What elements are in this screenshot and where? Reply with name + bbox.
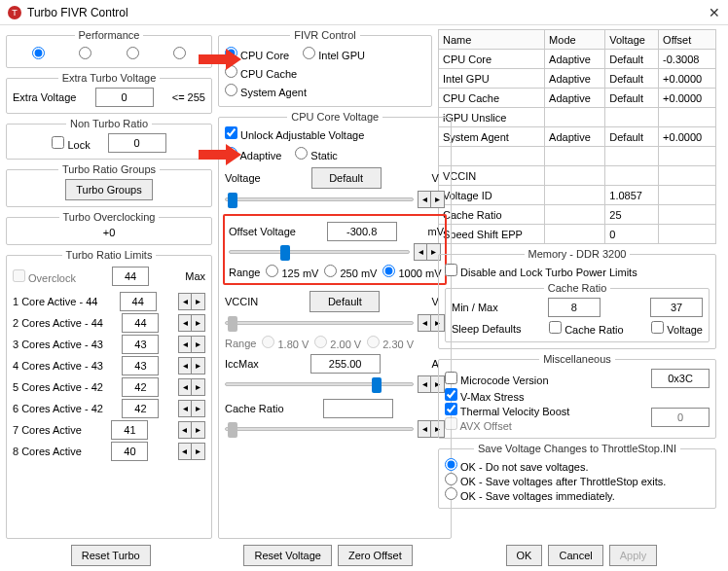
offset-slider[interactable]: [229, 250, 410, 254]
intel-gpu-radio[interactable]: [303, 47, 315, 59]
disable-lock-label[interactable]: Disable and Lock Turbo Power Limits: [445, 267, 637, 278]
trl-row-input[interactable]: [122, 313, 159, 333]
offset-dec[interactable]: ◂: [414, 243, 427, 261]
table-row[interactable]: [439, 147, 716, 166]
close-icon[interactable]: ✕: [681, 5, 720, 20]
table-row[interactable]: CPU CoreAdaptiveDefault-0.3008: [439, 50, 716, 69]
trl-inc[interactable]: ▸: [192, 314, 205, 332]
table-row[interactable]: Voltage ID1.0857: [439, 186, 716, 205]
offset-input[interactable]: [327, 222, 397, 241]
cancel-button[interactable]: Cancel: [548, 545, 602, 566]
vmax-label[interactable]: V-Max Stress: [445, 391, 524, 403]
cache-ratio-input[interactable]: [323, 399, 393, 418]
r250-label[interactable]: 250 mV: [324, 265, 377, 279]
intel-gpu-radio-label[interactable]: Intel GPU: [303, 47, 365, 61]
overclock-label[interactable]: Overclock: [13, 269, 76, 284]
trl-dec[interactable]: ◂: [178, 421, 192, 439]
iccmax-slider[interactable]: [225, 382, 414, 386]
trl-row-input[interactable]: [120, 292, 157, 311]
max-input[interactable]: [650, 298, 703, 317]
voltage-dec[interactable]: ◂: [418, 191, 431, 208]
static-label[interactable]: Static: [295, 147, 338, 161]
iccmax-input[interactable]: [310, 354, 381, 374]
trl-dec[interactable]: ◂: [178, 378, 192, 396]
table-row[interactable]: System AgentAdaptiveDefault+0.0000: [439, 127, 716, 147]
trl-inc[interactable]: ▸: [192, 357, 205, 375]
extra-voltage-input[interactable]: [95, 88, 154, 107]
perf-radio-3[interactable]: [127, 47, 139, 59]
save-o3-radio[interactable]: [445, 487, 457, 500]
sleep-v-check[interactable]: [651, 321, 664, 334]
trl-inc[interactable]: ▸: [192, 421, 205, 439]
micro-input[interactable]: [651, 369, 710, 388]
vccin-dec[interactable]: ◂: [418, 314, 431, 332]
voltage-slider[interactable]: [225, 197, 414, 201]
micro-label[interactable]: Microcode Version: [445, 372, 549, 386]
trl-inc[interactable]: ▸: [192, 378, 205, 396]
trl-inc[interactable]: ▸: [192, 443, 205, 460]
perf-radio-4[interactable]: [173, 47, 186, 59]
turbo-groups-button[interactable]: Turbo Groups: [65, 179, 152, 200]
table-row[interactable]: Speed Shift EPP0: [439, 225, 716, 244]
perf-radio-1[interactable]: [32, 47, 45, 59]
trl-dec[interactable]: ◂: [178, 293, 192, 310]
r125-label[interactable]: 125 mV: [266, 265, 318, 279]
system-agent-radio-label[interactable]: System Agent: [225, 84, 307, 98]
vccin-default-button[interactable]: Default: [309, 291, 380, 312]
static-radio[interactable]: [295, 147, 308, 160]
trl-row-input[interactable]: [111, 420, 148, 440]
unlock-label[interactable]: Unlock Adjustable Voltage: [225, 129, 364, 141]
trl-inc[interactable]: ▸: [192, 293, 205, 310]
tvb-check[interactable]: [445, 403, 457, 415]
icc-dec[interactable]: ◂: [418, 375, 431, 393]
table-row[interactable]: Intel GPUAdaptiveDefault+0.0000: [439, 69, 716, 89]
table-row[interactable]: Cache Ratio25: [439, 205, 716, 225]
trl-row-input[interactable]: [122, 399, 159, 418]
cr-dec[interactable]: ◂: [418, 420, 431, 438]
lock-label[interactable]: Lock: [52, 136, 90, 151]
ok-button[interactable]: OK: [506, 545, 543, 566]
sleep-cr-check[interactable]: [549, 321, 562, 334]
trl-dec[interactable]: ◂: [178, 314, 192, 332]
micro-check[interactable]: [445, 372, 457, 384]
r1000-radio[interactable]: [382, 265, 395, 277]
min-input[interactable]: [548, 298, 601, 317]
trl-row-input[interactable]: [122, 377, 159, 397]
unlock-check[interactable]: [225, 126, 237, 139]
save-o1-radio[interactable]: [445, 458, 457, 471]
r250-radio[interactable]: [324, 265, 337, 277]
sleep-v-label[interactable]: Voltage: [651, 321, 703, 336]
r1000-label[interactable]: 1000 mV: [382, 265, 441, 279]
vmax-check[interactable]: [445, 388, 457, 401]
lock-check[interactable]: [52, 136, 64, 149]
trl-dec[interactable]: ◂: [178, 400, 192, 417]
save-o2-label[interactable]: OK - Save voltages after ThrottleStop ex…: [445, 476, 666, 487]
table-row[interactable]: iGPU Unslice: [439, 108, 716, 127]
trl-inc[interactable]: ▸: [192, 336, 205, 353]
reset-turbo-button[interactable]: Reset Turbo: [71, 545, 151, 566]
trl-dec[interactable]: ◂: [178, 336, 192, 353]
sleep-cr-label[interactable]: Cache Ratio: [549, 321, 624, 336]
perf-radio-2[interactable]: [79, 47, 91, 59]
reset-voltage-button[interactable]: Reset Voltage: [243, 545, 332, 566]
zero-offset-button[interactable]: Zero Offset: [338, 545, 413, 566]
trl-dec[interactable]: ◂: [178, 443, 192, 460]
trl-row-input[interactable]: [122, 335, 159, 354]
trl-dec[interactable]: ◂: [178, 357, 192, 375]
system-agent-radio[interactable]: [225, 84, 237, 96]
voltage-default-button[interactable]: Default: [311, 167, 382, 189]
table-row[interactable]: VCCIN: [439, 166, 716, 186]
save-o3-label[interactable]: OK - Save voltages immediately.: [445, 490, 615, 502]
save-o2-radio[interactable]: [445, 473, 457, 485]
r125-radio[interactable]: [266, 265, 278, 277]
voltage-inc[interactable]: ▸: [431, 191, 445, 208]
save-o1-label[interactable]: OK - Do not save voltages.: [445, 461, 589, 473]
disable-lock-check[interactable]: [445, 264, 457, 276]
tvb-label[interactable]: Thermal Velocity Boost: [445, 406, 569, 417]
trl-row-input[interactable]: [111, 442, 148, 461]
trl-row-input[interactable]: [122, 356, 159, 375]
non-turbo-input[interactable]: [108, 133, 166, 153]
trl-inc[interactable]: ▸: [192, 400, 205, 417]
table-row[interactable]: CPU CacheAdaptiveDefault+0.0000: [439, 89, 716, 108]
overclock-value[interactable]: [112, 267, 149, 286]
